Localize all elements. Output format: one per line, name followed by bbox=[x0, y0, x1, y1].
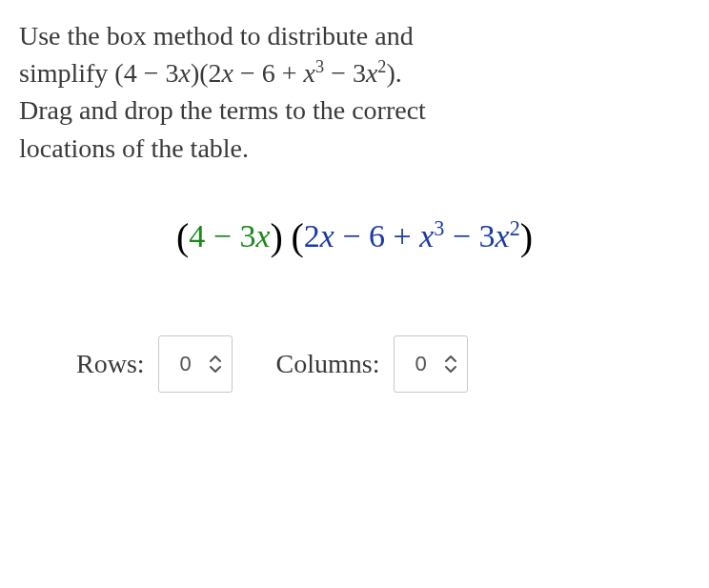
instructions-line3: Drag and drop the terms to the correct bbox=[19, 95, 426, 125]
columns-stepper-arrows[interactable] bbox=[444, 354, 457, 375]
dimension-controls: Rows: 0 Columns: 0 bbox=[19, 335, 690, 393]
chevron-up-icon[interactable] bbox=[209, 354, 222, 363]
instructions-text: Use the box method to distribute and sim… bbox=[19, 17, 690, 167]
columns-value: 0 bbox=[412, 352, 431, 376]
chevron-down-icon[interactable] bbox=[444, 365, 457, 375]
rows-stepper-arrows[interactable] bbox=[209, 354, 222, 375]
rows-label: Rows: bbox=[76, 349, 145, 379]
rparen-1: ) bbox=[271, 215, 283, 258]
display-expression: (4 − 3x) (2x − 6 + x3 − 3x2) bbox=[19, 214, 690, 259]
instructions-line4: locations of the table. bbox=[19, 133, 249, 163]
instructions-line2-pre: simplify bbox=[19, 58, 114, 88]
instructions-expression: (4 − 3x)(2x − 6 + x3 − 3x2). bbox=[114, 58, 401, 88]
rows-value: 0 bbox=[176, 352, 195, 376]
instructions-line1: Use the box method to distribute and bbox=[19, 21, 414, 51]
columns-stepper[interactable]: 0 bbox=[394, 335, 468, 393]
lparen-1: ( bbox=[176, 215, 189, 258]
columns-label: Columns: bbox=[276, 349, 380, 379]
factor-2: 2x − 6 + x3 − 3x2 bbox=[304, 218, 520, 253]
lparen-2: ( bbox=[291, 215, 303, 258]
rows-stepper[interactable]: 0 bbox=[158, 335, 233, 393]
rparen-2: ) bbox=[520, 215, 533, 258]
chevron-down-icon[interactable] bbox=[209, 365, 222, 375]
chevron-up-icon[interactable] bbox=[444, 354, 457, 363]
factor-1: 4 − 3x bbox=[189, 218, 270, 253]
